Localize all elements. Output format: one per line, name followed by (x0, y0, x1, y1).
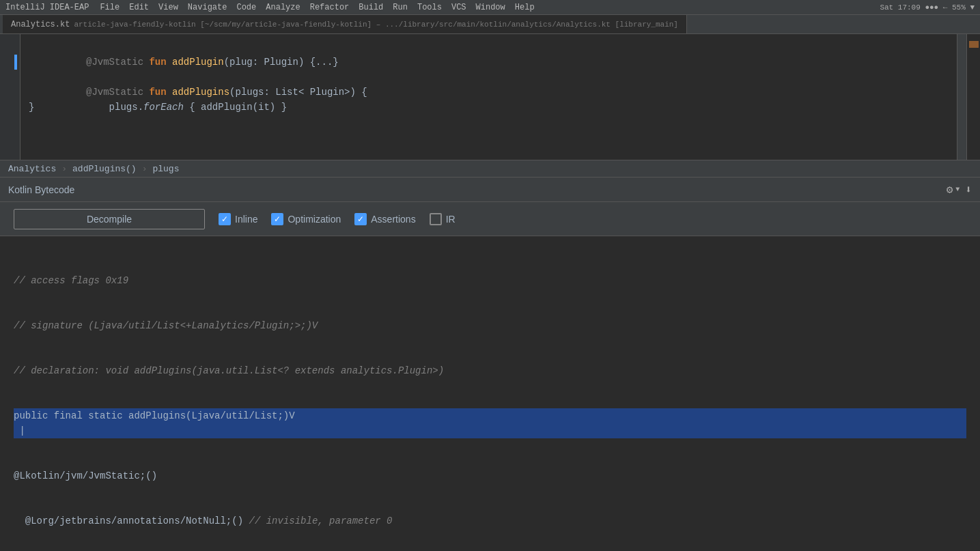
main-layout: @JvmStatic fun addPlugin(plug: Plugin) {… (0, 34, 980, 551)
optimization-label: Optimization (288, 214, 341, 225)
menu-code[interactable]: Code (232, 3, 260, 12)
download-icon: ⬇ (965, 184, 972, 197)
bytecode-panel: Kotlin Bytecode ⚙ ▼ ⬇ Decompile ✓ Inline… (0, 178, 980, 551)
menu-vcs[interactable]: VCS (447, 3, 471, 12)
ir-checkbox-group: IR (430, 213, 456, 225)
settings-button[interactable]: ⚙ ▼ (947, 183, 960, 197)
editor-section: @JvmStatic fun addPlugin(plug: Plugin) {… (0, 34, 980, 178)
breadcrumb-plugs[interactable]: plugs (152, 164, 179, 174)
menu-refactor[interactable]: Refactor (306, 3, 354, 12)
file-tab-path: article-java-fiendly-kotlin [~/scm/my/ar… (74, 20, 678, 29)
bytecode-line-5: @Lkotlin/jvm/JvmStatic;() (14, 468, 966, 483)
breadcrumb-sep-1: › (61, 164, 67, 174)
bytecode-toolbar: Decompile ✓ Inline ✓ Optimization ✓ Asse… (0, 202, 980, 236)
dropdown-arrow-icon: ▼ (955, 186, 960, 193)
breadcrumb-sep-2: › (142, 164, 148, 174)
code-line-1: @JvmStatic fun addPlugin(plug: Plugin) {… (29, 40, 949, 55)
menu-bar: IntelliJ IDEA-EAP File Edit View Navigat… (0, 0, 980, 15)
breadcrumb-bar: Analytics › addPlugins() › plugs (0, 160, 980, 178)
menu-bar-left: IntelliJ IDEA-EAP File Edit View Navigat… (5, 3, 539, 12)
bytecode-code-area[interactable]: // access flags 0x19 // signature (Ljava… (0, 236, 980, 551)
menu-tools[interactable]: Tools (413, 3, 446, 12)
file-tab-label: Analytics.kt (11, 20, 70, 29)
menu-analyze[interactable]: Analyze (262, 3, 304, 12)
optimization-checkbox[interactable]: ✓ (271, 213, 283, 225)
bytecode-line-1: // access flags 0x19 (14, 273, 966, 288)
code-editor[interactable]: @JvmStatic fun addPlugin(plug: Plugin) {… (20, 34, 957, 160)
menu-file[interactable]: File (96, 3, 124, 12)
editor-row: @JvmStatic fun addPlugin(plug: Plugin) {… (0, 34, 980, 160)
menu-view[interactable]: View (154, 3, 182, 12)
assertions-checkbox-group: ✓ Assertions (354, 213, 415, 225)
tab-bar: Analytics.kt article-java-fiendly-kotlin… (0, 15, 980, 34)
file-tab-analytics[interactable]: Analytics.kt article-java-fiendly-kotlin… (3, 15, 687, 33)
ir-checkbox[interactable] (430, 213, 442, 225)
line-gutter (0, 34, 20, 160)
status-info: Sat 17:09 ●●● ← 55% ▼ (880, 3, 975, 12)
menu-run[interactable]: Run (389, 3, 412, 12)
breadcrumb-addplugins[interactable]: addPlugins() (72, 164, 137, 174)
bytecode-line-6: @Lorg/jetbrains/annotations/NotNull;() /… (14, 513, 966, 528)
download-button[interactable]: ⬇ (965, 183, 972, 197)
gutter-line-2 (14, 55, 17, 70)
menu-edit[interactable]: Edit (125, 3, 153, 12)
bytecode-line-4: public final static addPlugins(Ljava/uti… (14, 408, 966, 438)
inline-checkbox[interactable]: ✓ (219, 213, 231, 225)
bytecode-line-2: // signature (Ljava/util/List<+Lanalytic… (14, 318, 966, 333)
ir-label: IR (446, 214, 456, 225)
code-line-3: @JvmStatic fun addPlugins(plugs: List< P… (29, 70, 949, 85)
bytecode-header: Kotlin Bytecode ⚙ ▼ ⬇ (0, 178, 980, 202)
gear-icon: ⚙ (947, 183, 953, 197)
optimization-checkbox-group: ✓ Optimization (271, 213, 341, 225)
inline-label: Inline (235, 214, 257, 225)
bytecode-line-3: // declaration: void addPlugins(java.uti… (14, 363, 966, 378)
menu-build[interactable]: Build (354, 3, 387, 12)
scrollbar-area (957, 34, 966, 160)
assertions-label: Assertions (371, 214, 415, 225)
menu-window[interactable]: Window (472, 3, 509, 12)
bytecode-title: Kotlin Bytecode (8, 184, 941, 195)
minimap-area (966, 34, 980, 160)
inline-checkbox-group: ✓ Inline (219, 213, 257, 225)
app-brand: IntelliJ IDEA-EAP (5, 3, 94, 12)
breadcrumb-analytics[interactable]: Analytics (8, 164, 56, 174)
decompile-button[interactable]: Decompile (14, 209, 205, 229)
menu-help[interactable]: Help (511, 3, 539, 12)
bytecode-code: // access flags 0x19 // signature (Ljava… (14, 243, 966, 551)
menu-navigate[interactable]: Navigate (184, 3, 232, 12)
assertions-checkbox[interactable]: ✓ (354, 213, 367, 225)
